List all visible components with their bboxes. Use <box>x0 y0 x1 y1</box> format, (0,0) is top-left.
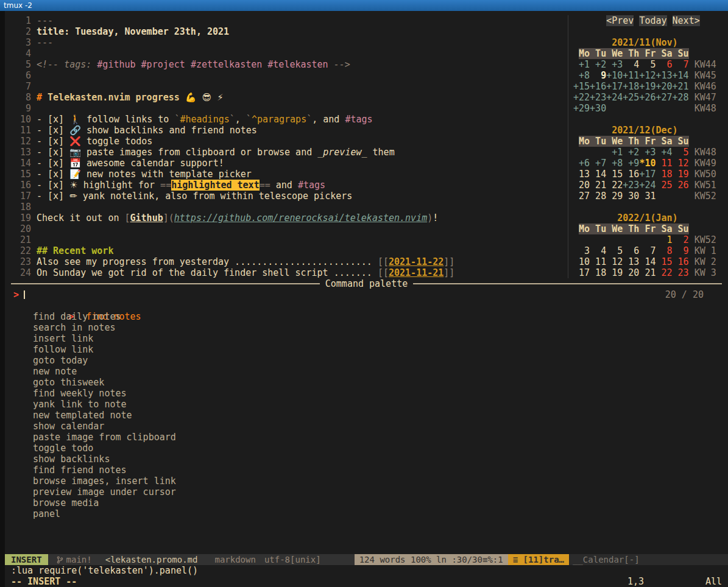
editor-line[interactable]: 6 <box>5 70 568 81</box>
calendar-day[interactable]: +24 <box>606 92 623 103</box>
calendar-day[interactable]: 31 <box>639 191 656 202</box>
editor-line[interactable]: 1--- <box>5 15 568 26</box>
palette-item[interactable]: new note <box>5 366 728 377</box>
calendar-day[interactable]: +1 <box>573 59 590 70</box>
calendar-day[interactable]: +15 <box>573 81 590 92</box>
calendar-day[interactable]: +20 <box>656 81 672 92</box>
editor-pane[interactable]: 1---2title: Tuesday, November 23th, 2021… <box>5 15 568 278</box>
editor-line[interactable]: 16- [x] ☀ highlight for ==highlighted te… <box>5 180 568 191</box>
calendar-day[interactable]: 7 <box>639 245 656 256</box>
calendar-day[interactable]: 16 <box>673 256 689 267</box>
calendar-day[interactable]: +19 <box>639 81 656 92</box>
editor-line[interactable]: 23Also see my progress from yesterday ..… <box>5 256 568 267</box>
editor-line[interactable]: 12- [x] ❌ toggle todos <box>5 136 568 147</box>
palette-item[interactable]: goto today <box>5 355 728 366</box>
calendar-day[interactable]: 15 <box>606 169 623 180</box>
calendar-day[interactable]: 22 <box>656 267 672 278</box>
calendar-day[interactable]: +23 <box>590 92 606 103</box>
palette-item[interactable]: find daily notes <box>5 311 728 322</box>
calendar-day[interactable]: +22 <box>573 92 590 103</box>
editor-line[interactable]: 5<!-- tags: #github #project #zettelkast… <box>5 59 568 70</box>
palette-item[interactable]: toggle todo <box>5 443 728 454</box>
palette-item[interactable]: insert link <box>5 333 728 344</box>
editor-line[interactable]: 14- [x] 📅 awesome calendar support! <box>5 158 568 169</box>
calendar-day[interactable]: 8 <box>656 245 672 256</box>
palette-item[interactable]: preview image under cursor <box>5 487 728 497</box>
calendar-day[interactable]: 20 <box>573 180 590 191</box>
calendar-day[interactable]: 14 <box>639 256 656 267</box>
palette-item[interactable]: show backlinks <box>5 454 728 465</box>
calendar-day[interactable]: 29 <box>606 191 623 202</box>
calendar-day[interactable]: +1 <box>606 147 623 158</box>
calendar-day[interactable]: 15 <box>656 256 672 267</box>
editor-line[interactable]: 18 <box>5 202 568 213</box>
calendar-day[interactable]: +10 <box>606 70 623 81</box>
editor-line[interactable]: 2title: Tuesday, November 23th, 2021 <box>5 26 568 37</box>
calendar-day[interactable]: +17 <box>606 81 623 92</box>
calendar-day[interactable]: 13 <box>573 169 590 180</box>
calendar-day[interactable]: 4 <box>623 59 639 70</box>
calendar-day[interactable]: +28 <box>673 92 689 103</box>
calendar-day[interactable]: 22 <box>606 180 623 191</box>
calendar-day[interactable]: 2 <box>673 234 689 245</box>
calendar-day[interactable]: +8 <box>573 70 590 81</box>
calendar-day[interactable]: +29 <box>573 103 590 114</box>
palette-item[interactable]: browse images, insert link <box>5 476 728 487</box>
calendar-day[interactable]: +2 <box>590 59 606 70</box>
calendar-day[interactable]: 19 <box>673 169 689 180</box>
calendar-prev-button[interactable]: <Prev <box>606 15 634 26</box>
calendar-day[interactable]: +21 <box>673 81 689 92</box>
calendar-day[interactable]: 5 <box>639 59 656 70</box>
editor-line[interactable]: 11- [x] 🔗 show backlinks and friend note… <box>5 125 568 136</box>
editor-line[interactable]: 10- [x] 🚶 follow links to `#headings`, `… <box>5 114 568 125</box>
editor-line[interactable]: 24On Sunday we got rid of the daily find… <box>5 267 568 278</box>
calendar-day[interactable]: 6 <box>656 59 672 70</box>
calendar-day[interactable]: 11 <box>656 158 672 169</box>
calendar-next-button[interactable]: Next> <box>673 15 700 26</box>
calendar-day[interactable]: 21 <box>639 267 656 278</box>
editor-line[interactable]: 9 <box>5 103 568 114</box>
editor-line[interactable]: 3--- <box>5 37 568 48</box>
calendar-day[interactable]: 25 <box>656 180 672 191</box>
calendar-day[interactable]: 13 <box>623 256 639 267</box>
palette-item[interactable]: goto thisweek <box>5 377 728 388</box>
calendar-day[interactable]: +4 <box>656 147 672 158</box>
palette-item[interactable]: browse media <box>5 497 728 508</box>
calendar-day[interactable]: 14 <box>590 169 606 180</box>
calendar-day[interactable]: 26 <box>673 180 689 191</box>
calendar-day[interactable]: 4 <box>590 245 606 256</box>
calendar-day[interactable]: 18 <box>656 169 672 180</box>
calendar-day[interactable]: +13 <box>656 70 672 81</box>
palette-item[interactable]: paste image from clipboard <box>5 432 728 443</box>
calendar-day[interactable]: +8 <box>606 158 623 169</box>
calendar-day[interactable]: 9 <box>673 245 689 256</box>
palette-item[interactable]: panel <box>5 508 728 519</box>
calendar-day[interactable]: +11 <box>623 70 639 81</box>
calendar-day[interactable]: 6 <box>623 245 639 256</box>
palette-item[interactable]: search in notes <box>5 322 728 333</box>
palette-item[interactable]: follow link <box>5 344 728 355</box>
calendar-day[interactable]: 18 <box>590 267 606 278</box>
calendar-day[interactable]: +17 <box>639 169 656 180</box>
calendar-day[interactable]: +24 <box>639 180 656 191</box>
calendar-day[interactable]: +12 <box>639 70 656 81</box>
calendar-day[interactable]: 12 <box>606 256 623 267</box>
calendar-day[interactable]: 10 <box>573 256 590 267</box>
calendar-day[interactable]: 19 <box>606 267 623 278</box>
calendar-day[interactable]: +23 <box>623 180 639 191</box>
calendar-pane[interactable]: <Prev Today Next> 2021/11(Nov) Mo Tu We … <box>568 15 728 278</box>
palette-item[interactable]: new templated note <box>5 410 728 421</box>
calendar-day[interactable]: 11 <box>590 256 606 267</box>
calendar-day[interactable]: +3 <box>639 147 656 158</box>
editor-line[interactable]: 4 <box>5 48 568 59</box>
calendar-day[interactable]: 27 <box>573 191 590 202</box>
palette-prompt[interactable]: > 20 / 20 <box>5 289 728 300</box>
calendar-day[interactable]: +3 <box>606 59 623 70</box>
calendar-day[interactable]: 30 <box>623 191 639 202</box>
calendar-day[interactable]: *10 <box>639 158 656 169</box>
calendar-day[interactable]: 16 <box>623 169 639 180</box>
palette-item-selected[interactable]: >find notes <box>5 300 728 311</box>
editor-line[interactable]: 17- [x] ✏ yank notelink, also from withi… <box>5 191 568 202</box>
editor-line[interactable]: 22## Recent work <box>5 245 568 256</box>
calendar-day[interactable]: +18 <box>623 81 639 92</box>
